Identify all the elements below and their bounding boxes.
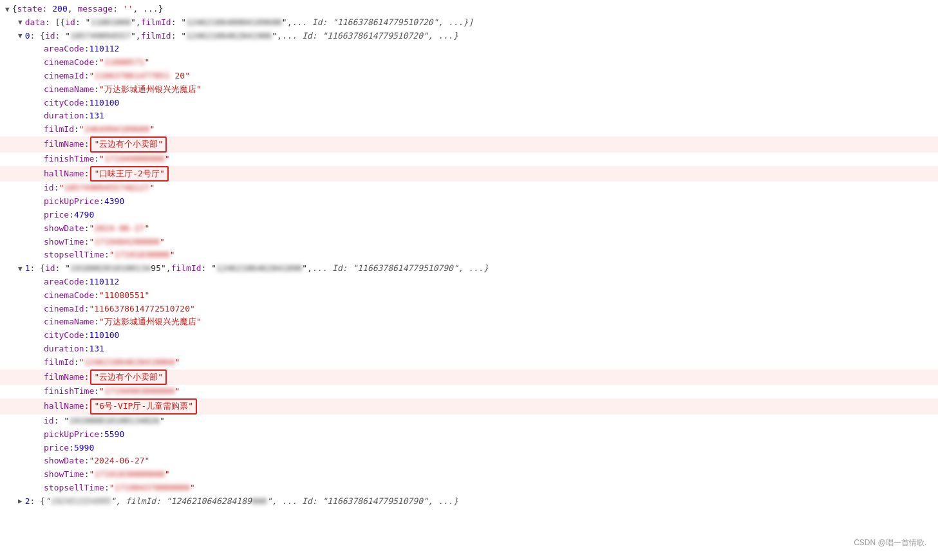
stopsellTime-0-value: "17191830000"	[109, 248, 175, 262]
pickUpPrice-0-value: 4390	[104, 195, 124, 209]
stopsellTime-1-value: "171904370000000"	[109, 481, 195, 495]
stopsellTime-1-line: stopsellTime: "171904370000000"	[0, 481, 938, 495]
duration-0-value: 131	[89, 109, 104, 123]
showTime-0-key: showTime	[44, 236, 84, 249]
hallName-0-key: hallName	[44, 167, 84, 181]
hallName-0-line: hallName: "口味王厅-2号厅"	[0, 166, 938, 182]
finishTime-0-line: finishTime: "171949000000"	[0, 153, 938, 166]
cityCode-0-key: cityCode	[44, 97, 84, 110]
item2-index: 2	[25, 495, 30, 509]
duration-1-key: duration	[44, 342, 84, 356]
showTime-1-value: "17191830000000"	[89, 468, 169, 481]
finishTime-0-key: finishTime	[44, 153, 94, 166]
showDate-0-line: showDate: "2024-06-27"	[0, 222, 938, 236]
areaCode-0-key: areaCode	[44, 42, 84, 56]
finishTime-1-line: finishTime: "17194903000000"	[0, 385, 938, 398]
duration-0-line: duration: 131	[0, 109, 938, 123]
filmId-0-line: filmId: "2464994109600"	[0, 123, 938, 136]
filmId-1-line: filmId: "124621064628418060"	[0, 356, 938, 369]
state-toggle[interactable]	[5, 4, 10, 15]
finishTime-1-key: finishTime	[44, 385, 94, 398]
price-1-line: price: 5990	[0, 442, 938, 455]
filmName-0-key: filmName	[44, 138, 84, 151]
cinemaId-0-line: cinemaId: "116637861477851 20"	[0, 70, 938, 83]
pickUpPrice-1-value: 5590	[104, 428, 124, 442]
hallName-1-line: hallName: "6号-VIP厅-儿童需购票"	[0, 398, 938, 415]
cinemaCode-0-line: cinemaCode: "11080571"	[0, 56, 938, 70]
areaCode-0-line: areaCode: 110112	[0, 42, 938, 56]
finishTime-0-value: "171949000000"	[99, 153, 170, 166]
hallName-0-highlighted: "口味王厅-2号厅"	[90, 166, 168, 182]
pickUpPrice-0-key: pickUpPrice	[44, 195, 99, 209]
showDate-1-value: "2024-06-27"	[89, 454, 149, 468]
filmId-0-key: filmId	[44, 123, 74, 136]
data-toggle[interactable]	[18, 17, 23, 28]
cityCode-1-key: cityCode	[44, 329, 84, 342]
item2-toggle[interactable]	[18, 496, 23, 507]
price-1-key: price	[44, 442, 69, 455]
duration-0-key: duration	[44, 109, 84, 123]
cinemaCode-0-value: "11080571"	[99, 56, 149, 70]
showTime-0-value: "1719484200000"	[89, 236, 164, 249]
cinemaName-1-key: cinemaName	[44, 315, 94, 329]
id-0-key: id	[44, 182, 54, 195]
cinemaName-0-key: cinemaName	[44, 83, 94, 97]
id-1-line: id: "191900810100134026"	[0, 415, 938, 428]
data-key: data	[25, 16, 45, 30]
areaCode-1-line: areaCode: 110112	[0, 275, 938, 289]
cinemaName-1-value: "万达影城通州银兴光魔店"	[99, 315, 202, 329]
showTime-0-line: showTime: "1719484200000"	[0, 236, 938, 249]
cinemaCode-1-key: cinemaCode	[44, 289, 94, 303]
filmName-0-line: filmName: "云边有个小卖部"	[0, 136, 938, 153]
stopsellTime-1-key: stopsellTime	[44, 481, 104, 495]
showDate-1-line: showDate: "2024-06-27"	[0, 454, 938, 468]
areaCode-0-value: 110112	[89, 42, 119, 56]
filmName-1-value: "云边有个小卖部"	[94, 372, 163, 382]
filmName-1-line: filmName: "云边有个小卖部"	[0, 369, 938, 386]
filmId-1-value: "124621064628418060"	[79, 356, 180, 369]
cinemaId-0-key: cinemaId	[44, 70, 84, 83]
cinemaId-1-value: "1166378614772510720"	[89, 303, 194, 316]
price-0-key: price	[44, 209, 69, 222]
pickUpPrice-0-line: pickUpPrice: 4390	[0, 195, 938, 209]
pickUpPrice-1-line: pickUpPrice: 5590	[0, 428, 938, 442]
stopsellTime-0-line: stopsellTime: "17191830000"	[0, 248, 938, 262]
filmName-1-highlighted: "云边有个小卖部"	[90, 369, 167, 386]
item2-header: 2: {"192451554995", filmId: "12462106462…	[0, 495, 938, 509]
item0-toggle[interactable]	[18, 30, 23, 42]
cinemaId-1-key: cinemaId	[44, 303, 84, 316]
hallName-1-highlighted: "6号-VIP厅-儿童需购票"	[90, 398, 197, 415]
watermark: CSDN @唱一首情歌.	[854, 537, 926, 548]
showTime-1-line: showTime: "17191830000000"	[0, 468, 938, 481]
filmName-0-highlighted: "云边有个小卖部"	[90, 136, 167, 153]
cinemaId-1-line: cinemaId: "1166378614772510720"	[0, 303, 938, 316]
pickUpPrice-1-key: pickUpPrice	[44, 428, 99, 442]
cinemaName-0-value: "万达影城通州银兴光魔店"	[99, 83, 202, 97]
data-array-header: data: [{id: "11001000", filmId: "1246210…	[0, 16, 938, 30]
cinemaName-0-line: cinemaName: "万达影城通州银兴光魔店"	[0, 83, 938, 97]
cinemaCode-1-value: "11080551"	[99, 289, 149, 303]
hallName-1-key: hallName	[44, 400, 84, 413]
showDate-0-key: showDate	[44, 222, 84, 236]
id-1-key: id	[44, 415, 54, 428]
cityCode-1-value: 110100	[89, 329, 119, 342]
item1-toggle[interactable]	[18, 263, 23, 275]
item0-index: 0	[25, 30, 30, 43]
id-0-value: "1857490945574Q127"	[59, 182, 155, 195]
showDate-1-key: showDate	[44, 454, 84, 468]
cinemaName-1-line: cinemaName: "万达影城通州银兴光魔店"	[0, 315, 938, 329]
areaCode-1-key: areaCode	[44, 275, 84, 289]
id-0-line: id: "1857490945574Q127"	[0, 182, 938, 195]
showTime-1-key: showTime	[44, 468, 84, 481]
hallName-0-value: "口味王厅-2号厅"	[94, 169, 164, 178]
filmName-0-value: "云边有个小卖部"	[94, 139, 163, 149]
cityCode-0-value: 110100	[89, 97, 119, 110]
cinemaCode-0-key: cinemaCode	[44, 56, 94, 70]
item1-index: 1	[25, 262, 30, 275]
state-brace: {state: 200, message: '', ...}	[12, 3, 164, 16]
id-1-value: 191900810100134026	[69, 415, 160, 428]
showDate-0-value: "2024-06-27"	[89, 222, 149, 236]
cinemaCode-1-line: cinemaCode: "11080551"	[0, 289, 938, 303]
price-0-line: price: 4790	[0, 209, 938, 222]
filmId-1-key: filmId	[44, 356, 74, 369]
